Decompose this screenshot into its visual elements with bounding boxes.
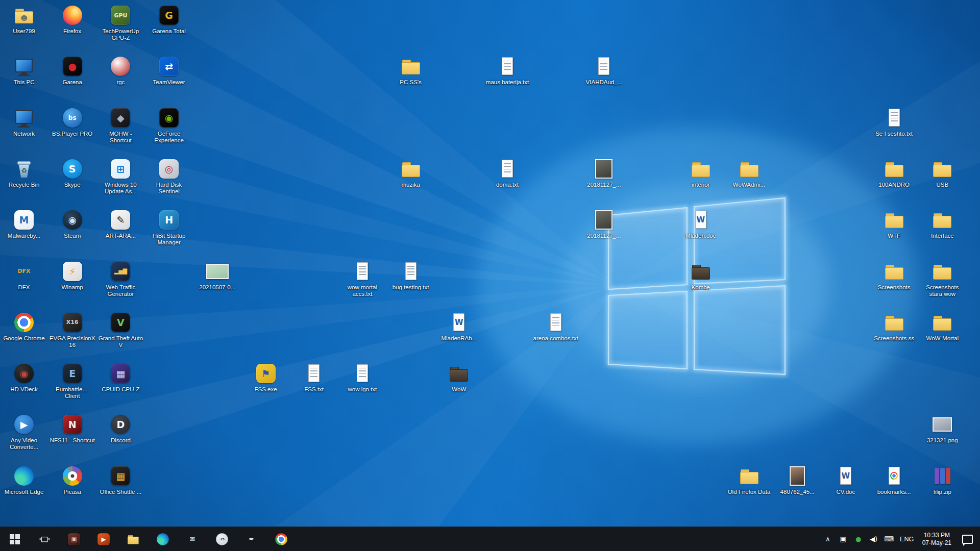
desktop-icon-img-480762[interactable]: 480762_45... bbox=[774, 465, 820, 495]
eurobattle-icon: E bbox=[61, 362, 84, 385]
mail-button[interactable]: ✉ bbox=[178, 527, 207, 551]
taskbar-clock[interactable]: 10:33 PM 07-May-21 bbox=[917, 532, 957, 547]
desktop-icon-malwarebytes[interactable]: MMalwareby... bbox=[1, 209, 47, 239]
desktop-icon-eurobattle[interactable]: EEurobattle.... Client bbox=[50, 362, 95, 399]
desktop-icon-kombe[interactable]: Kombe bbox=[678, 260, 724, 291]
desktop-icon-ms-edge[interactable]: Microsoft Edge bbox=[1, 465, 47, 495]
desktop-icon-win10-update[interactable]: ⊞Windows 10 Update As... bbox=[97, 158, 143, 195]
desktop-icon-label: Winamp bbox=[50, 284, 95, 291]
desktop-icon-screenshots-ss[interactable]: Screenshots ss bbox=[871, 311, 917, 342]
desktop-icon-gpu-z[interactable]: GPUTechPowerUp GPU-Z bbox=[97, 4, 143, 41]
art-ara-icon: ✎ bbox=[109, 209, 132, 231]
desktop-icon-rgc[interactable]: rgc bbox=[97, 55, 143, 86]
desktop-icon-screenshots[interactable]: Screenshots bbox=[871, 260, 917, 291]
desktop-icon-dfx[interactable]: DFXDFX bbox=[1, 260, 47, 291]
desktop-icon-wow-ign[interactable]: wow ign.txt bbox=[339, 362, 385, 393]
desktop-icon-fss-txt[interactable]: FSS.txt bbox=[291, 362, 337, 393]
desktop-icon-mladenrab[interactable]: WMladenRAb... bbox=[436, 311, 482, 342]
desktop-icon-nfs11[interactable]: NNFS11 - Shortcut bbox=[50, 413, 95, 444]
file-explorer-button[interactable] bbox=[118, 527, 148, 551]
desktop-icon-winamp[interactable]: ⚡Winamp bbox=[50, 260, 95, 291]
desktop-icon-wow-folder[interactable]: WoW bbox=[436, 362, 482, 393]
desktop-icon-bookmarks[interactable]: bookmarks... bbox=[871, 465, 917, 495]
desktop-icon-interior[interactable]: interior bbox=[678, 158, 724, 188]
desktop-icon-hd-vdeck[interactable]: ◉HD VDeck bbox=[1, 362, 47, 393]
desktop-icon-any-video[interactable]: ▶Any Video Converte... bbox=[1, 413, 47, 450]
desktop-icon-img-321321[interactable]: 321321.png bbox=[919, 413, 965, 444]
desktop-icon-bsplayer[interactable]: bsBS.Player PRO bbox=[50, 107, 95, 137]
desktop-icon-network[interactable]: Network bbox=[1, 107, 47, 137]
language-indicator[interactable]: ENG bbox=[897, 527, 917, 551]
desktop-icon-steam[interactable]: ◉Steam bbox=[50, 209, 95, 239]
pinned-app-pen[interactable]: ✒ bbox=[237, 527, 266, 551]
desktop-icon-garena[interactable]: ●Garena bbox=[50, 55, 95, 86]
desktop-icon-picasa[interactable]: Picasa bbox=[50, 465, 95, 495]
pinned-app-pen-icon: ✒ bbox=[244, 532, 258, 546]
desktop-icon-firefox[interactable]: Firefox bbox=[50, 4, 95, 35]
this-pc-icon bbox=[13, 55, 35, 78]
desktop-icon-garena-total[interactable]: GGarena Total bbox=[146, 4, 192, 35]
desktop-icon-mohw[interactable]: ◆MOHW - Shortcut bbox=[97, 107, 143, 144]
wow-folder-icon bbox=[448, 362, 470, 385]
desktop-icon-pc-ss[interactable]: PC SS's bbox=[388, 55, 434, 86]
desktop-icon-interface[interactable]: Interface bbox=[919, 209, 965, 239]
desktop-icon-filip-zip[interactable]: filip.zip bbox=[919, 465, 965, 495]
desktop-icon-hd-sentinel[interactable]: ◎Hard Disk Sentinel bbox=[146, 158, 192, 195]
edge-button[interactable] bbox=[148, 527, 178, 551]
desktop-icon-img-20181127-2[interactable]: 20181127_... bbox=[581, 209, 627, 239]
action-center-button[interactable] bbox=[957, 527, 978, 551]
mohw-icon: ◆ bbox=[109, 107, 132, 129]
desktop-icon-maus-baterija[interactable]: maus baterija.txt bbox=[484, 55, 530, 86]
desktop-icon-mladen-doc[interactable]: WMladen.doc bbox=[678, 209, 724, 239]
desktop-icon-img-20181127-1[interactable]: 20181127_... bbox=[581, 158, 627, 188]
security-icon[interactable]: ● bbox=[851, 527, 866, 551]
firefox-icon bbox=[61, 4, 84, 27]
desktop-icon-label: WTF bbox=[871, 233, 917, 239]
desktop-icon-arena-combos[interactable]: arena combos.txt bbox=[533, 311, 579, 342]
desktop-icon-recycle-bin[interactable]: ♻Recycle Bin bbox=[1, 158, 47, 188]
desktop-icon-google-chrome[interactable]: Google Chrome bbox=[1, 311, 47, 342]
start-button[interactable] bbox=[0, 527, 30, 551]
chrome-button[interactable] bbox=[266, 527, 296, 551]
desktop-icon-hibit[interactable]: HHiBit Startup Manager bbox=[146, 209, 192, 246]
desktop-icon-teamviewer[interactable]: ⇄TeamViewer bbox=[146, 55, 192, 86]
pinned-app-1[interactable]: ▣ bbox=[59, 527, 89, 551]
desktop-icon-discord[interactable]: DDiscord bbox=[97, 413, 143, 444]
desktop-icon-100andro[interactable]: 100ANDRO bbox=[871, 158, 917, 188]
task-view-button[interactable] bbox=[30, 527, 59, 551]
desktop-icon-this-pc[interactable]: This PC bbox=[1, 55, 47, 86]
desktop-icon-label: EVGA PrecisionX 16 bbox=[50, 335, 95, 348]
desktop-icon-viahdaud[interactable]: VIAHDAud_... bbox=[581, 55, 627, 86]
desktop-icon-gta5[interactable]: VGrand Theft Auto V bbox=[97, 311, 143, 348]
desktop-icon-screenshots-stara-wow[interactable]: Screenshots stara wow bbox=[919, 260, 965, 297]
network-icon[interactable]: ▣ bbox=[836, 527, 851, 551]
desktop-icon-wow-mortal-folder[interactable]: WoW-Mortal bbox=[919, 311, 965, 342]
desktop-icon-wow-mortal-accs[interactable]: wow mortal accs.txt bbox=[339, 260, 385, 297]
desktop-icon-user799[interactable]: ☻User799 bbox=[1, 4, 47, 35]
desktop-icon-geforce[interactable]: ◉GeForce Experience bbox=[146, 107, 192, 144]
desktop-icon-cpu-z[interactable]: ▦CPUID CPU-Z bbox=[97, 362, 143, 393]
desktop-icon-evga[interactable]: X16EVGA PrecisionX 16 bbox=[50, 311, 95, 348]
desktop-icon-web-traffic[interactable]: ▂▅▇Web Traffic Generator bbox=[97, 260, 143, 297]
desktop-icon-muzika[interactable]: muzika bbox=[388, 158, 434, 188]
desktop-icon-doma[interactable]: doma.txt bbox=[484, 158, 530, 188]
network-icon bbox=[13, 107, 35, 129]
desktop-icon-usb[interactable]: USB bbox=[919, 158, 965, 188]
desktop-icon-se-i-seshto[interactable]: Se I seshto.txt bbox=[871, 107, 917, 137]
pinned-app-35[interactable]: 35 bbox=[207, 527, 237, 551]
desktop-icon-old-firefox-data[interactable]: Old Firefox Data bbox=[726, 465, 772, 495]
desktop-icon-office-shuttle[interactable]: ▦Office Shuttle ... bbox=[97, 465, 143, 495]
desktop-icon-fss-exe[interactable]: ⚑FSS.exe bbox=[243, 362, 289, 393]
desktop-icon-img-20210507[interactable]: 20210507-0... bbox=[194, 260, 240, 291]
desktop-icon-wowadmi[interactable]: WoWAdmi... bbox=[726, 158, 772, 188]
volume-icon[interactable]: ◀) bbox=[866, 527, 881, 551]
desktop-icon-skype[interactable]: SSkype bbox=[50, 158, 95, 188]
keyboard-icon[interactable]: ⌨ bbox=[881, 527, 897, 551]
desktop-icon-label: USB bbox=[919, 182, 965, 188]
pinned-app-2[interactable]: ▶ bbox=[89, 527, 118, 551]
desktop-icon-bug-testing[interactable]: bug testing.txt bbox=[388, 260, 434, 291]
desktop-icon-art-ara[interactable]: ✎ART-ARA... bbox=[97, 209, 143, 239]
hidden-icons-chevron[interactable]: ∧ bbox=[820, 527, 836, 551]
desktop-icon-wtf[interactable]: WTF bbox=[871, 209, 917, 239]
desktop-icon-cv-doc[interactable]: WCV.doc bbox=[823, 465, 869, 495]
